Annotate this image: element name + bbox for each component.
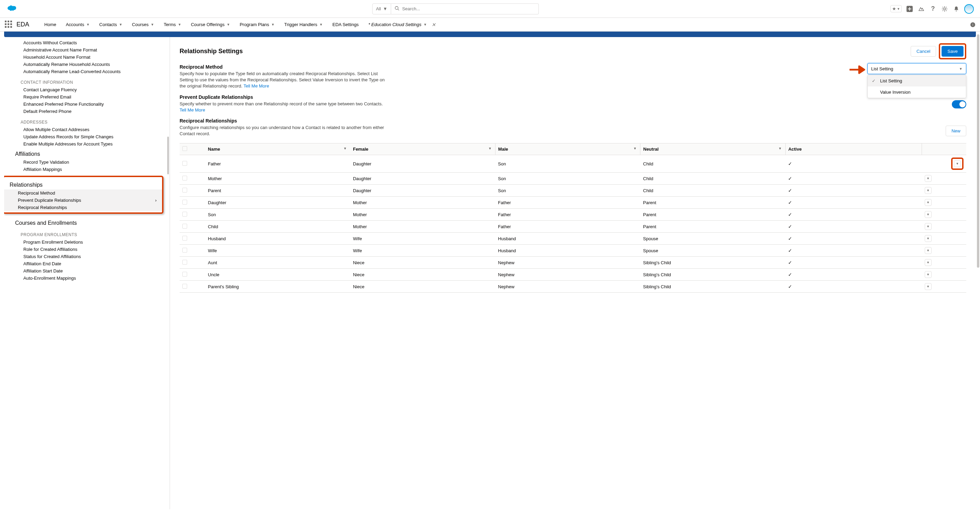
search-scope-dropdown[interactable]: All ▼ xyxy=(372,3,391,14)
prevent-dup-toggle[interactable] xyxy=(952,100,966,108)
row-menu-button[interactable]: ▼ xyxy=(925,259,932,266)
table-row: Parent's Sibling Niece Nephew Sibling's … xyxy=(180,281,966,293)
nav-item[interactable]: Home xyxy=(40,18,61,32)
row-checkbox[interactable] xyxy=(182,248,187,252)
cell-male: Father xyxy=(495,209,640,221)
col-header-active[interactable]: Active xyxy=(785,143,922,155)
sidebar-link[interactable]: Program Enrollment Deletions xyxy=(13,238,164,246)
col-header-male[interactable]: Male▼ xyxy=(495,143,640,155)
sidebar-link[interactable]: Reciprocal Method xyxy=(4,189,162,197)
sidebar-link[interactable]: Contact Language Fluency xyxy=(13,86,164,94)
sidebar-link[interactable]: Reciprocal Relationships xyxy=(4,204,162,211)
row-menu-button[interactable]: ▼ xyxy=(925,223,932,230)
sidebar-link[interactable]: Accounts Without Contacts xyxy=(13,39,164,46)
nav-item[interactable]: Program Plans▼ xyxy=(235,18,280,32)
nav-item[interactable]: EDA Settings xyxy=(328,18,364,32)
svg-point-0 xyxy=(395,6,398,10)
cell-active: ✓ xyxy=(785,281,922,293)
add-icon[interactable] xyxy=(906,5,913,13)
row-checkbox[interactable] xyxy=(182,284,187,288)
svg-point-3 xyxy=(943,8,946,10)
row-menu-button[interactable]: ▼ xyxy=(954,160,961,167)
cell-neutral: Spouse xyxy=(640,245,785,257)
sidebar-link[interactable]: Record Type Validation xyxy=(13,159,164,166)
row-menu-button[interactable]: ▼ xyxy=(925,199,932,206)
check-icon: ✓ xyxy=(788,212,792,217)
sidebar-link[interactable]: Require Preferred Email xyxy=(13,94,164,101)
trailhead-icon[interactable] xyxy=(918,5,925,13)
main-panel: Relationship Settings Cancel Save Recipr… xyxy=(170,37,976,509)
row-menu-button[interactable]: ▼ xyxy=(925,175,932,182)
cancel-button[interactable]: Cancel xyxy=(911,46,936,57)
row-menu-button[interactable]: ▼ xyxy=(925,235,932,242)
nav-info-badge[interactable]: i xyxy=(970,22,975,27)
dropdown-option-value-inversion[interactable]: Value Inversion xyxy=(868,87,966,98)
sidebar-scrollbar[interactable] xyxy=(167,136,169,174)
nav-item[interactable]: Trigger Handlers▼ xyxy=(280,18,328,32)
tell-me-more-link[interactable]: Tell Me More xyxy=(243,83,269,89)
sidebar-link[interactable]: Allow Multiple Contact Addresses xyxy=(13,126,164,133)
row-checkbox[interactable] xyxy=(182,272,187,277)
cell-name: Wife xyxy=(205,245,350,257)
sidebar-link[interactable]: Administrative Account Name Format xyxy=(13,46,164,54)
sidebar-link[interactable]: Household Account Name Format xyxy=(13,54,164,61)
dropdown-option-list-setting[interactable]: ✓ List Setting xyxy=(868,75,966,87)
select-all-checkbox[interactable] xyxy=(182,146,187,151)
row-menu-button[interactable]: ▼ xyxy=(925,211,932,218)
sidebar-link[interactable]: Enhanced Preferred Phone Functionality xyxy=(13,101,164,108)
row-checkbox[interactable] xyxy=(182,200,187,204)
sidebar-link[interactable]: Update Address Records for Simple Change… xyxy=(13,133,164,140)
row-checkbox[interactable] xyxy=(182,260,187,265)
sidebar-link[interactable]: Default Preferred Phone xyxy=(13,108,164,115)
user-avatar[interactable] xyxy=(964,4,974,14)
row-checkbox[interactable] xyxy=(182,224,187,228)
row-checkbox[interactable] xyxy=(182,161,187,166)
row-menu-button[interactable]: ▼ xyxy=(925,187,932,194)
sidebar-link[interactable]: Auto-Enrollment Mappings xyxy=(13,274,164,282)
cell-neutral: Child xyxy=(640,155,785,173)
close-tab-icon[interactable]: ✕ xyxy=(432,22,436,27)
page-scrollbar[interactable] xyxy=(977,34,979,268)
col-header-female[interactable]: Female▼ xyxy=(350,143,495,155)
row-menu-button[interactable]: ▼ xyxy=(925,247,932,254)
save-button[interactable]: Save xyxy=(942,46,964,57)
nav-item[interactable]: Accounts▼ xyxy=(61,18,94,32)
sidebar-link[interactable]: Status for Created Affiliations xyxy=(13,253,164,260)
nav-item[interactable]: * Education Cloud Settings▼✕ xyxy=(364,18,441,32)
app-launcher-icon[interactable] xyxy=(5,21,13,29)
favorites-button[interactable]: ★▼ xyxy=(890,5,902,13)
row-checkbox[interactable] xyxy=(182,176,187,181)
cell-female: Wife xyxy=(350,245,495,257)
col-header-neutral[interactable]: Neutral▼ xyxy=(640,143,785,155)
help-icon[interactable]: ? xyxy=(929,5,937,13)
sidebar-link[interactable]: Automatically Rename Household Accounts xyxy=(13,61,164,68)
sidebar-link[interactable]: Affiliation Start Date xyxy=(13,267,164,274)
sidebar-link[interactable]: Role for Created Affiliations xyxy=(13,246,164,253)
sidebar-link[interactable]: Prevent Duplicate Relationships› xyxy=(4,197,162,204)
nav-item[interactable]: Course Offerings▼ xyxy=(186,18,235,32)
row-checkbox[interactable] xyxy=(182,188,187,192)
sidebar-link[interactable]: Automatically Rename Lead-Converted Acco… xyxy=(13,68,164,75)
row-checkbox[interactable] xyxy=(182,236,187,241)
search-input[interactable] xyxy=(402,6,535,11)
sidebar-link[interactable]: Affiliation End Date xyxy=(13,260,164,267)
row-menu-button[interactable]: ▼ xyxy=(925,283,932,290)
sidebar-heading-addresses: ADDRESSES xyxy=(13,115,164,126)
nav-item[interactable]: Terms▼ xyxy=(159,18,186,32)
reciprocal-method-dropdown[interactable]: List Setting ▼ xyxy=(867,63,966,74)
col-header-name[interactable]: Name▼ xyxy=(205,143,350,155)
sidebar-link[interactable]: Enable Multiple Addresses for Account Ty… xyxy=(13,140,164,147)
sidebar-link[interactable]: Affiliation Mappings xyxy=(13,166,164,173)
row-checkbox[interactable] xyxy=(182,212,187,217)
row-menu-button[interactable]: ▼ xyxy=(925,271,932,278)
global-search[interactable] xyxy=(391,3,539,14)
setup-gear-icon[interactable] xyxy=(941,5,948,13)
nav-item[interactable]: Contacts▼ xyxy=(94,18,127,32)
new-button[interactable]: New xyxy=(946,125,966,136)
notification-bell-icon[interactable] xyxy=(953,5,960,13)
check-icon: ✓ xyxy=(788,272,792,277)
nav-item[interactable]: Courses▼ xyxy=(127,18,159,32)
check-icon: ✓ xyxy=(788,236,792,241)
tell-me-more-link[interactable]: Tell Me More xyxy=(180,108,205,113)
caret-down-icon: ▼ xyxy=(344,147,347,150)
